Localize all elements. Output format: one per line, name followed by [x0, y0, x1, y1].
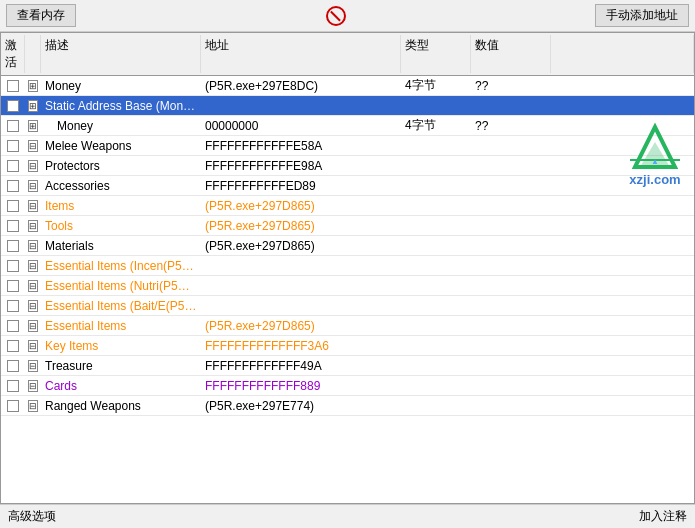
table-row[interactable]: ⊟ Items (P5R.exe+297D865) [1, 196, 694, 216]
expand-cell[interactable]: ⊟ [25, 239, 41, 253]
activate-cell[interactable] [1, 219, 25, 233]
row-checkbox[interactable] [7, 100, 19, 112]
expand-button[interactable]: ⊟ [28, 360, 38, 372]
address-cell: (P5R.exe+297E774) [201, 398, 401, 414]
expand-button[interactable]: ⊟ [28, 180, 38, 192]
manual-add-button[interactable]: 手动添加地址 [595, 4, 689, 27]
expand-button[interactable]: ⊟ [28, 160, 38, 172]
expand-button[interactable]: ⊟ [28, 280, 38, 292]
activate-cell[interactable] [1, 299, 25, 313]
status-right[interactable]: 加入注释 [639, 508, 687, 525]
expand-button[interactable]: ⊟ [28, 320, 38, 332]
row-checkbox[interactable] [7, 180, 19, 192]
expand-button[interactable]: ⊟ [28, 220, 38, 232]
type-cell [401, 345, 471, 347]
activate-cell[interactable] [1, 379, 25, 393]
row-checkbox[interactable] [7, 240, 19, 252]
row-checkbox[interactable] [7, 80, 19, 92]
status-left[interactable]: 高级选项 [8, 508, 56, 525]
activate-cell[interactable] [1, 79, 25, 93]
expand-button[interactable]: ⊞ [28, 100, 38, 112]
expand-cell[interactable]: ⊟ [25, 139, 41, 153]
activate-cell[interactable] [1, 319, 25, 333]
expand-cell[interactable]: ⊟ [25, 319, 41, 333]
expand-cell[interactable]: ⊟ [25, 359, 41, 373]
expand-cell[interactable]: ⊟ [25, 339, 41, 353]
row-checkbox[interactable] [7, 320, 19, 332]
table-row[interactable]: ⊞ Static Address Base (Mone(P5R.exe+297E… [1, 96, 694, 116]
expand-button[interactable]: ⊟ [28, 340, 38, 352]
expand-cell[interactable]: ⊟ [25, 219, 41, 233]
row-checkbox[interactable] [7, 340, 19, 352]
extra-cell [551, 185, 694, 187]
description-cell: Accessories [41, 178, 201, 194]
address-cell: (P5R.exe+297D865) [201, 218, 401, 234]
table-row[interactable]: ⊟ Essential Items (Incen(P5R.exe+297D865… [1, 256, 694, 276]
table-row[interactable]: ⊞ Money (P5R.exe+297E8DC) 4字节 ?? [1, 76, 694, 96]
expand-cell[interactable]: ⊞ [25, 79, 41, 93]
expand-cell[interactable]: ⊟ [25, 259, 41, 273]
row-checkbox[interactable] [7, 300, 19, 312]
expand-cell[interactable]: ⊟ [25, 399, 41, 413]
expand-button[interactable]: ⊟ [28, 240, 38, 252]
view-memory-button[interactable]: 查看内存 [6, 4, 76, 27]
expand-button[interactable]: ⊟ [28, 300, 38, 312]
activate-cell[interactable] [1, 119, 25, 133]
expand-cell[interactable]: ⊟ [25, 379, 41, 393]
activate-cell[interactable] [1, 99, 25, 113]
activate-cell[interactable] [1, 139, 25, 153]
table-row[interactable]: ⊟ Essential Items (P5R.exe+297D865) [1, 316, 694, 336]
table-row[interactable]: ⊟ Treasure FFFFFFFFFFFFF49A [1, 356, 694, 376]
extra-cell [551, 85, 694, 87]
table-row[interactable]: ⊟ Tools (P5R.exe+297D865) [1, 216, 694, 236]
row-checkbox[interactable] [7, 260, 19, 272]
table-row[interactable]: ⊟ Essential Items (Nutri(P5R.exe+297D865… [1, 276, 694, 296]
row-checkbox[interactable] [7, 120, 19, 132]
expand-cell[interactable]: ⊟ [25, 299, 41, 313]
description-cell: Ranged Weapons [41, 398, 201, 414]
expand-cell[interactable]: ⊞ [25, 99, 41, 113]
row-checkbox[interactable] [7, 160, 19, 172]
activate-cell[interactable] [1, 399, 25, 413]
expand-cell[interactable]: ⊟ [25, 279, 41, 293]
expand-cell[interactable]: ⊟ [25, 159, 41, 173]
activate-cell[interactable] [1, 239, 25, 253]
row-checkbox[interactable] [7, 280, 19, 292]
activate-cell[interactable] [1, 179, 25, 193]
row-checkbox[interactable] [7, 360, 19, 372]
expand-button[interactable]: ⊟ [28, 200, 38, 212]
table-row[interactable]: ⊟ Materials (P5R.exe+297D865) [1, 236, 694, 256]
expand-button[interactable]: ⊞ [28, 120, 38, 132]
table-row[interactable]: ⊟ Cards FFFFFFFFFFFFF889 [1, 376, 694, 396]
expand-button[interactable]: ⊟ [28, 380, 38, 392]
table-row[interactable]: ⊟ Essential Items (Bait/E(P5R.exe+297D86… [1, 296, 694, 316]
activate-cell[interactable] [1, 359, 25, 373]
stop-icon [322, 5, 350, 27]
expand-button[interactable]: ⊟ [28, 140, 38, 152]
expand-cell[interactable]: ⊟ [25, 199, 41, 213]
table-row[interactable]: ⊞ Money 00000000 4字节 ?? [1, 116, 694, 136]
row-checkbox[interactable] [7, 200, 19, 212]
expand-cell[interactable]: ⊟ [25, 179, 41, 193]
expand-button[interactable]: ⊟ [28, 400, 38, 412]
row-checkbox[interactable] [7, 140, 19, 152]
activate-cell[interactable] [1, 259, 25, 273]
value-cell [471, 165, 551, 167]
type-cell [401, 265, 471, 267]
activate-cell[interactable] [1, 199, 25, 213]
table-row[interactable]: ⊟ Protectors FFFFFFFFFFFFE98A [1, 156, 694, 176]
activate-cell[interactable] [1, 279, 25, 293]
table-row[interactable]: ⊟ Key Items FFFFFFFFFFFFFF3A6 [1, 336, 694, 356]
table-row[interactable]: ⊟ Ranged Weapons (P5R.exe+297E774) [1, 396, 694, 416]
expand-button[interactable]: ⊞ [28, 80, 38, 92]
row-checkbox[interactable] [7, 380, 19, 392]
table-row[interactable]: ⊟ Melee Weapons FFFFFFFFFFFFE58A [1, 136, 694, 156]
activate-cell[interactable] [1, 159, 25, 173]
table-row[interactable]: ⊟ Accessories FFFFFFFFFFFED89 [1, 176, 694, 196]
extra-cell [551, 145, 694, 147]
activate-cell[interactable] [1, 339, 25, 353]
row-checkbox[interactable] [7, 220, 19, 232]
row-checkbox[interactable] [7, 400, 19, 412]
expand-button[interactable]: ⊟ [28, 260, 38, 272]
expand-cell[interactable]: ⊞ [25, 119, 41, 133]
